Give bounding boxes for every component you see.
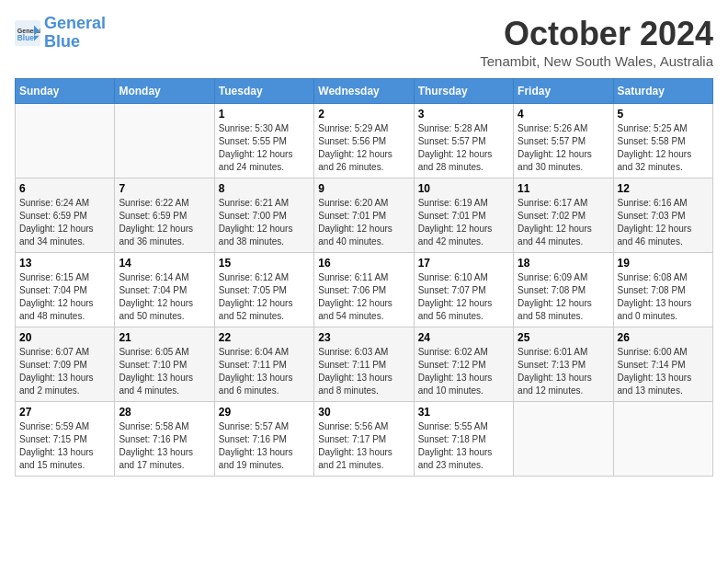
daylight: Daylight: 12 hours and 28 minutes. xyxy=(418,149,493,172)
sunrise: Sunrise: 6:09 AM xyxy=(518,272,587,282)
calendar-day-cell: 4 Sunrise: 5:26 AM Sunset: 5:57 PM Dayli… xyxy=(514,104,613,178)
day-info: Sunrise: 5:57 AM Sunset: 7:16 PM Dayligh… xyxy=(219,420,310,472)
day-info: Sunrise: 5:28 AM Sunset: 5:57 PM Dayligh… xyxy=(418,122,509,174)
day-info: Sunrise: 6:08 AM Sunset: 7:08 PM Dayligh… xyxy=(618,271,709,323)
daylight: Daylight: 12 hours and 52 minutes. xyxy=(219,298,293,321)
calendar-day-cell: 11 Sunrise: 6:17 AM Sunset: 7:02 PM Dayl… xyxy=(514,178,613,253)
daylight: Daylight: 12 hours and 42 minutes. xyxy=(418,224,493,247)
calendar-week-row: 27 Sunrise: 5:59 AM Sunset: 7:15 PM Dayl… xyxy=(16,402,713,477)
day-number: 11 xyxy=(518,182,609,195)
calendar-day-cell: 25 Sunrise: 6:01 AM Sunset: 7:13 PM Dayl… xyxy=(514,327,613,402)
daylight: Daylight: 13 hours and 0 minutes. xyxy=(618,298,692,321)
sunset: Sunset: 5:56 PM xyxy=(318,136,386,146)
day-number: 21 xyxy=(119,331,210,344)
day-info: Sunrise: 5:30 AM Sunset: 5:55 PM Dayligh… xyxy=(219,122,310,174)
calendar-day-cell: 28 Sunrise: 5:58 AM Sunset: 7:16 PM Dayl… xyxy=(115,402,214,477)
daylight: Daylight: 13 hours and 19 minutes. xyxy=(219,447,293,470)
sunrise: Sunrise: 6:21 AM xyxy=(219,198,289,208)
day-info: Sunrise: 6:16 AM Sunset: 7:03 PM Dayligh… xyxy=(618,197,709,248)
daylight: Daylight: 13 hours and 12 minutes. xyxy=(518,373,592,396)
sunrise: Sunrise: 6:10 AM xyxy=(418,272,488,282)
sunset: Sunset: 5:57 PM xyxy=(518,136,586,146)
sunrise: Sunrise: 6:04 AM xyxy=(219,347,289,357)
calendar-week-row: 13 Sunrise: 6:15 AM Sunset: 7:04 PM Dayl… xyxy=(16,253,713,327)
sunrise: Sunrise: 5:28 AM xyxy=(418,123,488,133)
sunset: Sunset: 5:57 PM xyxy=(418,136,486,146)
day-number: 2 xyxy=(318,108,409,121)
sunrise: Sunrise: 6:12 AM xyxy=(219,272,289,282)
day-number: 16 xyxy=(318,257,409,270)
sunrise: Sunrise: 6:11 AM xyxy=(318,272,388,282)
daylight: Daylight: 12 hours and 34 minutes. xyxy=(19,224,94,247)
sunrise: Sunrise: 5:55 AM xyxy=(418,421,488,431)
calendar-day-cell: 22 Sunrise: 6:04 AM Sunset: 7:11 PM Dayl… xyxy=(214,327,313,402)
sunrise: Sunrise: 6:08 AM xyxy=(618,272,688,282)
sunset: Sunset: 7:10 PM xyxy=(119,360,187,370)
daylight: Daylight: 13 hours and 21 minutes. xyxy=(318,447,392,470)
sunset: Sunset: 5:55 PM xyxy=(219,136,287,146)
sunset: Sunset: 7:17 PM xyxy=(318,434,386,444)
calendar-day-cell: 13 Sunrise: 6:15 AM Sunset: 7:04 PM Dayl… xyxy=(16,253,115,327)
calendar-day-cell: 16 Sunrise: 6:11 AM Sunset: 7:06 PM Dayl… xyxy=(314,253,414,327)
day-info: Sunrise: 6:14 AM Sunset: 7:04 PM Dayligh… xyxy=(119,271,210,323)
sunset: Sunset: 7:16 PM xyxy=(219,434,287,444)
day-number: 18 xyxy=(518,257,609,270)
day-info: Sunrise: 5:55 AM Sunset: 7:18 PM Dayligh… xyxy=(418,420,509,472)
day-info: Sunrise: 6:10 AM Sunset: 7:07 PM Dayligh… xyxy=(418,271,509,323)
day-info: Sunrise: 6:02 AM Sunset: 7:12 PM Dayligh… xyxy=(418,346,509,397)
day-number: 27 xyxy=(19,406,110,419)
day-number: 17 xyxy=(418,257,509,270)
daylight: Daylight: 12 hours and 24 minutes. xyxy=(219,149,293,172)
day-number: 4 xyxy=(518,108,609,121)
day-info: Sunrise: 6:22 AM Sunset: 6:59 PM Dayligh… xyxy=(119,197,210,248)
sunrise: Sunrise: 6:15 AM xyxy=(19,272,89,282)
sunset: Sunset: 6:59 PM xyxy=(119,211,187,221)
calendar-day-cell: 23 Sunrise: 6:03 AM Sunset: 7:11 PM Dayl… xyxy=(314,327,414,402)
calendar-day-cell: 17 Sunrise: 6:10 AM Sunset: 7:07 PM Dayl… xyxy=(414,253,513,327)
weekday-header: Tuesday xyxy=(214,79,313,104)
calendar-day-cell xyxy=(16,104,115,178)
calendar-week-row: 20 Sunrise: 6:07 AM Sunset: 7:09 PM Dayl… xyxy=(16,327,713,402)
day-info: Sunrise: 6:01 AM Sunset: 7:13 PM Dayligh… xyxy=(518,346,609,397)
sunrise: Sunrise: 6:01 AM xyxy=(518,347,587,357)
day-number: 26 xyxy=(618,331,709,344)
day-info: Sunrise: 6:20 AM Sunset: 7:01 PM Dayligh… xyxy=(318,197,409,248)
sunrise: Sunrise: 6:19 AM xyxy=(418,198,488,208)
day-number: 7 xyxy=(119,182,210,195)
day-info: Sunrise: 5:58 AM Sunset: 7:16 PM Dayligh… xyxy=(119,420,210,472)
day-number: 10 xyxy=(418,182,509,195)
day-info: Sunrise: 6:04 AM Sunset: 7:11 PM Dayligh… xyxy=(219,346,310,397)
daylight: Daylight: 12 hours and 50 minutes. xyxy=(119,298,193,321)
calendar-day-cell: 31 Sunrise: 5:55 AM Sunset: 7:18 PM Dayl… xyxy=(414,402,513,477)
calendar-day-cell xyxy=(613,402,712,477)
sunrise: Sunrise: 5:30 AM xyxy=(219,123,289,133)
day-number: 24 xyxy=(418,331,509,344)
sunset: Sunset: 7:11 PM xyxy=(219,360,287,370)
calendar-week-row: 1 Sunrise: 5:30 AM Sunset: 5:55 PM Dayli… xyxy=(16,104,713,178)
daylight: Daylight: 12 hours and 32 minutes. xyxy=(618,149,692,172)
day-info: Sunrise: 6:09 AM Sunset: 7:08 PM Dayligh… xyxy=(518,271,609,323)
day-number: 6 xyxy=(19,182,110,195)
daylight: Daylight: 13 hours and 13 minutes. xyxy=(618,373,692,396)
day-number: 31 xyxy=(418,406,509,419)
sunset: Sunset: 7:00 PM xyxy=(219,211,287,221)
location: Tenambit, New South Wales, Australia xyxy=(480,53,713,69)
weekday-header: Wednesday xyxy=(314,79,414,104)
day-number: 19 xyxy=(618,257,709,270)
sunrise: Sunrise: 6:00 AM xyxy=(618,347,688,357)
sunset: Sunset: 7:01 PM xyxy=(418,211,486,221)
day-number: 20 xyxy=(19,331,110,344)
sunset: Sunset: 6:59 PM xyxy=(19,211,87,221)
day-info: Sunrise: 5:59 AM Sunset: 7:15 PM Dayligh… xyxy=(19,420,110,472)
month-title: October 2024 xyxy=(480,15,713,53)
day-number: 14 xyxy=(119,257,210,270)
daylight: Daylight: 12 hours and 40 minutes. xyxy=(318,224,392,247)
sunrise: Sunrise: 5:29 AM xyxy=(318,123,388,133)
sunset: Sunset: 7:07 PM xyxy=(418,285,486,295)
calendar-day-cell xyxy=(514,402,613,477)
calendar-day-cell: 5 Sunrise: 5:25 AM Sunset: 5:58 PM Dayli… xyxy=(613,104,712,178)
calendar-day-cell: 26 Sunrise: 6:00 AM Sunset: 7:14 PM Dayl… xyxy=(613,327,712,402)
sunset: Sunset: 7:14 PM xyxy=(618,360,686,370)
calendar-day-cell: 20 Sunrise: 6:07 AM Sunset: 7:09 PM Dayl… xyxy=(16,327,115,402)
logo: General Blue General Blue xyxy=(15,15,106,52)
